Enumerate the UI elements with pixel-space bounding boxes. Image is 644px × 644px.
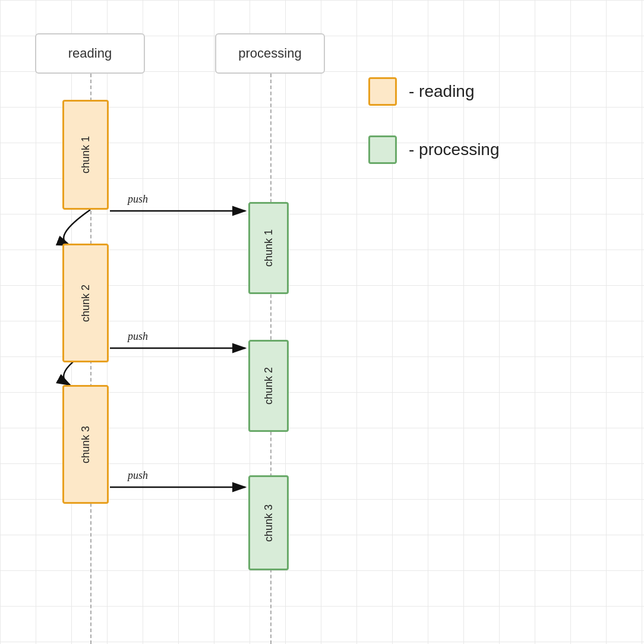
legend-processing-box: [368, 135, 397, 164]
chunk-processing-1: chunk 1: [248, 202, 289, 294]
processing-lane-header: processing: [215, 33, 325, 74]
legend-processing-item: - processing: [368, 135, 500, 164]
chunk-reading-2: chunk 2: [62, 244, 109, 362]
legend-reading-box: [368, 77, 397, 106]
legend: - reading - processing: [368, 77, 500, 194]
processing-label: processing: [238, 46, 301, 61]
chunk-reading-3: chunk 3: [62, 385, 109, 504]
legend-reading-text: - reading: [409, 82, 475, 101]
reading-lane-header: reading: [35, 33, 145, 74]
push-label-1: push: [128, 193, 148, 206]
diagram-container: reading processing chunk 1 chunk 2 chunk…: [0, 0, 644, 644]
reading-label: reading: [68, 46, 112, 61]
chunk-processing-2: chunk 2: [248, 340, 289, 432]
chunk-reading-1: chunk 1: [62, 100, 109, 210]
push-label-2: push: [128, 330, 148, 343]
chunk-processing-3: chunk 3: [248, 475, 289, 570]
legend-processing-text: - processing: [409, 140, 500, 159]
legend-reading-item: - reading: [368, 77, 500, 106]
push-label-3: push: [128, 469, 148, 482]
